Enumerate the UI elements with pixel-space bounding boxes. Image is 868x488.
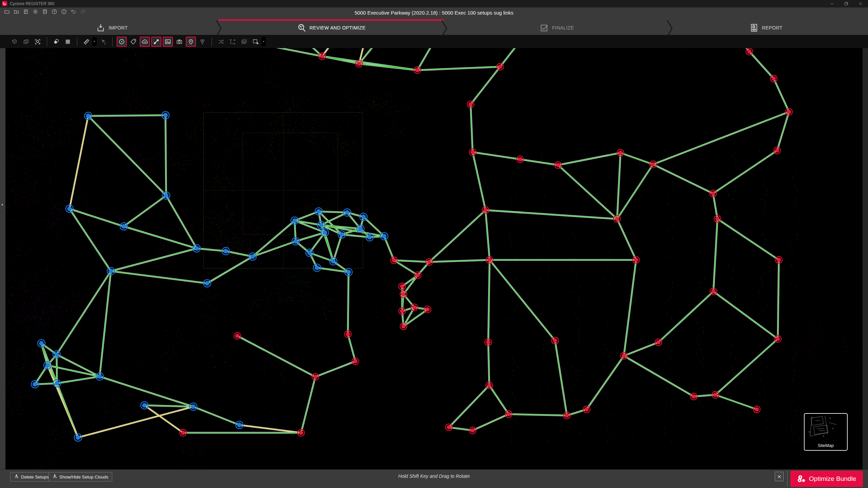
setup-node-red[interactable] [565, 413, 569, 418]
link-edge-green[interactable] [715, 339, 778, 395]
setup-node-blue[interactable] [322, 230, 327, 235]
link-edge-green[interactable] [713, 194, 717, 219]
link-edge-green[interactable] [713, 219, 717, 291]
setup-node-red[interactable] [713, 393, 717, 397]
link-edge-green[interactable] [296, 241, 310, 253]
show-images-button[interactable] [163, 37, 173, 47]
link-edge-green[interactable] [713, 291, 778, 339]
link-edge-green[interactable] [473, 152, 520, 159]
setup-node-red[interactable] [772, 77, 776, 81]
show-geotags-button[interactable] [186, 37, 196, 47]
setup-node-blue[interactable] [250, 254, 255, 259]
setup-node-blue[interactable] [367, 235, 372, 240]
link-edge-green[interactable] [473, 152, 486, 210]
setup-node-red[interactable] [487, 383, 491, 387]
setup-node-red[interactable] [711, 191, 715, 196]
setup-node-red[interactable] [615, 217, 619, 221]
setup-node-blue[interactable] [331, 259, 336, 264]
setup-node-red[interactable] [353, 359, 357, 363]
setup-node-red[interactable] [346, 332, 350, 336]
panel-collapse-arrow-icon[interactable] [0, 202, 5, 208]
setup-node-red[interactable] [412, 305, 416, 309]
map-viewport[interactable]: SiteMap [5, 48, 863, 469]
setup-node-blue[interactable] [54, 352, 59, 357]
link-edge-green[interactable] [197, 248, 226, 251]
link-edge-green[interactable] [429, 210, 486, 262]
setup-node-red[interactable] [507, 412, 511, 416]
link-edge-green[interactable] [296, 232, 325, 241]
setup-node-red[interactable] [471, 150, 475, 154]
link-edge-green[interactable] [555, 341, 567, 415]
setup-node-red[interactable] [585, 407, 589, 411]
link-edge-green[interactable] [322, 56, 417, 70]
tab-report[interactable]: REPORT [670, 19, 863, 35]
manage-images-button[interactable] [239, 37, 249, 47]
link-edge-green[interactable] [486, 210, 490, 260]
link-edge-green[interactable] [624, 260, 636, 356]
link-edge-green[interactable] [348, 334, 355, 361]
setup-node-red[interactable] [776, 337, 780, 341]
link-edge-green[interactable] [624, 356, 694, 396]
link-edge-green[interactable] [471, 67, 500, 104]
close-panel-button[interactable] [775, 472, 784, 481]
setup-node-red[interactable] [711, 289, 715, 293]
setup-node-blue[interactable] [205, 281, 210, 286]
setup-node-blue[interactable] [361, 215, 366, 219]
link-edge-green[interactable] [489, 385, 509, 414]
setup-node-red[interactable] [777, 258, 781, 262]
link-edge-green[interactable] [193, 407, 239, 425]
link-edge-green[interactable] [558, 153, 620, 165]
setup-node-red[interactable] [416, 273, 420, 277]
link-edge-green[interactable] [558, 165, 617, 219]
link-edge-green[interactable] [237, 336, 315, 377]
link-edge-green[interactable] [774, 79, 789, 112]
link-edge-green[interactable] [325, 232, 333, 261]
setup-node-red[interactable] [488, 258, 492, 262]
show-links-button[interactable] [151, 37, 161, 47]
setup-node-blue[interactable] [292, 218, 297, 223]
setup-node-red[interactable] [181, 431, 185, 435]
link-edge-green[interactable] [124, 196, 166, 226]
link-edge-green[interactable] [418, 262, 429, 275]
show-labels-button[interactable] [128, 37, 138, 47]
setup-node-red[interactable] [400, 284, 404, 288]
measure-ruler-dropdown[interactable] [92, 37, 97, 46]
setup-node-blue[interactable] [319, 223, 323, 227]
setup-node-red[interactable] [775, 148, 779, 152]
setup-node-red[interactable] [692, 394, 696, 399]
link-edge-green[interactable] [253, 221, 295, 257]
select-region-button[interactable] [251, 37, 261, 47]
link-edge-green[interactable] [394, 260, 418, 275]
optimize-bundle-button[interactable]: Optimize Bundle [790, 471, 863, 487]
link-edge-green[interactable] [342, 235, 370, 237]
minimize-button[interactable] [829, 1, 835, 6]
setup-node-blue[interactable] [33, 382, 37, 387]
setup-node-red[interactable] [787, 110, 791, 114]
tab-finalize[interactable]: FINALIZE [444, 19, 670, 35]
link-edge-yellow[interactable] [78, 407, 193, 438]
link-edge-green[interactable] [253, 241, 296, 257]
link-edge-green[interactable] [486, 210, 617, 219]
swap-setups-button[interactable] [216, 37, 226, 47]
setup-node-blue[interactable] [97, 374, 102, 379]
link-edge-yellow[interactable] [47, 365, 78, 438]
setup-node-red[interactable] [622, 354, 626, 358]
setup-node-red[interactable] [634, 258, 638, 262]
zoom-region-button[interactable] [33, 37, 43, 47]
setup-node-blue[interactable] [382, 234, 387, 239]
orbit-3d-button[interactable] [9, 37, 20, 47]
setup-node-red[interactable] [498, 65, 502, 69]
setup-node-blue[interactable] [293, 239, 298, 244]
filter-setups-button[interactable] [197, 37, 208, 47]
setup-node-blue[interactable] [346, 270, 351, 274]
link-edge-green[interactable] [658, 291, 713, 342]
setup-node-blue[interactable] [164, 193, 169, 198]
setup-node-blue[interactable] [108, 269, 113, 273]
link-edge-yellow[interactable] [239, 425, 301, 433]
setup-node-blue[interactable] [39, 341, 44, 346]
setup-node-blue[interactable] [45, 363, 50, 368]
link-edge-green[interactable] [57, 354, 57, 383]
link-edge-green[interactable] [88, 116, 166, 196]
link-edge-green[interactable] [111, 248, 197, 271]
link-edge-green[interactable] [624, 342, 658, 356]
